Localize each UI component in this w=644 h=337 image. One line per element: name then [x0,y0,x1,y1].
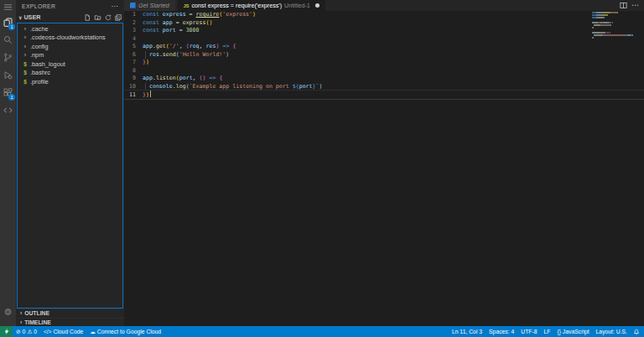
code-text: app.listen(port, () => { [143,75,222,81]
section-header-user[interactable]: ∨ USER [16,12,124,23]
code-line: 4 [124,35,644,44]
refresh-icon[interactable] [105,14,112,21]
unsaved-changes-icon[interactable] [315,3,319,8]
manage-button[interactable]: ⚙ [0,303,16,321]
bell-icon [633,328,640,335]
status-left: ⊘ 0 ⚠ 0</>Cloud Code☁Connect to Google C… [13,326,164,337]
remote-indicator[interactable] [0,326,13,337]
tree-item[interactable]: ›.cache [18,24,122,34]
sidebar-title: EXPLORER [22,3,55,9]
cursor-position[interactable]: Ln 11, Col 3 [449,326,486,337]
line-number[interactable]: 1 [124,11,136,19]
run-debug-button[interactable] [0,66,16,84]
eol-sequence-label: LF [544,329,551,334]
chevron-right-icon: › [20,310,22,316]
chevron-right-icon: › [23,44,28,49]
line-number[interactable]: 10 [124,83,136,91]
tab-untitled-1[interactable]: JS const express = require('express') Un… [178,0,325,11]
cloud-code-status[interactable]: </>Cloud Code [40,326,86,337]
get-started-icon [130,3,136,8]
line-number[interactable]: 3 [124,27,136,35]
outline-panel-header[interactable]: › OUTLINE [16,308,124,318]
code-line: 2const app = express() [124,19,644,28]
language-mode[interactable]: {}JavaScript [554,326,593,337]
minimap-line [592,27,639,29]
code-text: const express = require('express') [143,11,256,18]
activity-bar: 1 1 ⚙ [0,0,16,326]
timeline-panel-header[interactable]: › TIMELINE [16,318,124,327]
code-text: app.get('/', (req, res) => { [143,43,236,49]
language-mode-icon: {} [558,329,561,334]
code-line: 8 [124,67,644,75]
section-chevron-icon: ∨ [18,14,22,20]
code-editor[interactable]: 1const express = require('express')2cons… [124,11,644,326]
tree-item[interactable]: $.profile [18,77,122,86]
cloud-code-status-icon: </> [44,329,51,334]
extensions-view-button[interactable]: 1 [0,84,16,101]
tab-get-started[interactable]: Get Started [124,0,175,11]
line-number[interactable]: 2 [124,19,136,28]
minimap-line [592,22,639,23]
tree-item-label: .cache [30,25,49,33]
connect-google-cloud[interactable]: ☁Connect to Google Cloud [86,326,164,337]
problems-indicator[interactable]: ⊘ 0 ⚠ 0 [13,326,40,337]
minimap[interactable] [592,11,639,39]
line-number[interactable]: 9 [124,75,136,83]
line-number[interactable]: 11 [124,91,136,100]
indentation[interactable]: Spaces: 4 [486,326,517,337]
tree-item[interactable]: ›.npm [18,51,122,60]
new-folder-icon[interactable] [94,14,101,21]
git-branch-icon [3,53,13,62]
code-line: 3const port = 3000 [124,27,644,35]
keyboard-layout[interactable]: Layout: U.S. [593,326,631,337]
shell-file-icon: $ [23,70,28,75]
search-view-button[interactable] [0,31,16,49]
indentation-label: Spaces: 4 [489,329,514,334]
line-number[interactable]: 8 [124,67,136,75]
line-number[interactable]: 6 [124,51,136,60]
split-editor-icon[interactable] [620,2,627,9]
cloud-code-view-button[interactable] [0,101,16,119]
new-file-icon[interactable] [84,14,91,21]
tree-item-label: .codeoss-cloudworkstations [30,34,106,41]
explorer-view-button[interactable]: 1 [0,13,16,31]
code-line: 6 res.send('Hello World!') [124,51,644,60]
more-actions-button[interactable]: ⋯ [631,2,639,9]
code-line: 9app.listen(port, () => { [124,75,644,83]
minimap-line [592,29,639,31]
language-mode-label: JavaScript [563,329,589,334]
code-line: 5app.get('/', (req, res) => { [124,43,644,51]
tree-item[interactable]: $.bashrc [18,69,122,78]
tree-item[interactable]: ›.config [18,42,122,51]
views-more-actions-button[interactable]: ⋯ [112,3,118,10]
chevron-right-icon: › [23,52,28,58]
code-text: }) [143,59,149,65]
gear-icon: ⚙ [4,308,13,317]
panel-label: OUTLINE [24,310,49,316]
collapse-all-icon[interactable] [115,14,122,21]
tree-item[interactable]: $.bash_logout [18,60,122,69]
panel-label: TIMELINE [24,319,51,325]
cursor-position-label: Ln 11, Col 3 [452,329,482,334]
menu-button[interactable] [0,0,16,13]
tab-label: Get Started [138,2,169,9]
file-tree: ›.cache›.codeoss-cloudworkstations›.conf… [17,23,123,308]
keyboard-layout-label: Layout: U.S. [596,329,627,334]
encoding[interactable]: UTF-8 [517,326,540,337]
line-number[interactable]: 7 [124,59,136,67]
line-number[interactable]: 4 [124,35,136,44]
extensions-badge: 1 [8,94,15,101]
line-number[interactable]: 5 [124,43,136,51]
minimap-line [592,24,639,26]
eol-sequence[interactable]: LF [541,326,554,337]
indent-guide [145,51,146,60]
editor-actions: ⋯ [615,0,644,11]
source-control-button[interactable] [0,49,16,66]
status-bar: ⊘ 0 ⚠ 0</>Cloud Code☁Connect to Google C… [0,326,644,337]
connect-google-cloud-icon: ☁ [90,329,96,335]
editor-group: Get Started JS const express = require('… [124,0,644,326]
code-line: 7}) [124,59,644,67]
tree-item[interactable]: ›.codeoss-cloudworkstations [18,34,122,43]
tree-item-label: .npm [30,51,44,59]
notifications-button[interactable] [631,328,644,335]
